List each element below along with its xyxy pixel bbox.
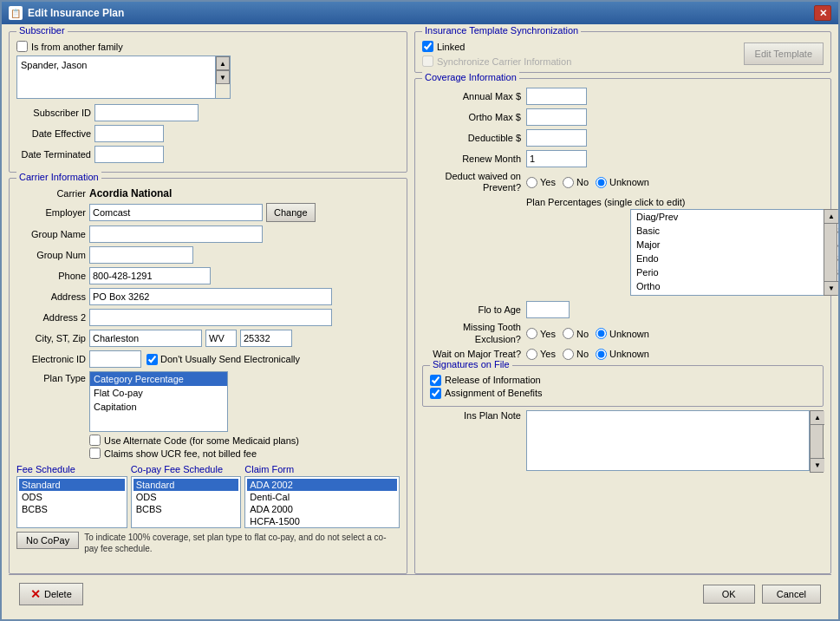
subscriber-scroll-down[interactable]: ▼: [216, 70, 230, 84]
deduct-yes-radio[interactable]: [526, 177, 537, 188]
city-input[interactable]: [89, 330, 202, 347]
wait-unknown-label[interactable]: Unknown: [596, 349, 649, 360]
is-from-another-family-checkbox[interactable]: [16, 41, 28, 52]
address-input[interactable]: [89, 288, 332, 305]
wait-no-label[interactable]: No: [563, 349, 589, 360]
pct-row-endo[interactable]: Endo 80: [631, 252, 838, 265]
annual-max-label: Annual Max $: [422, 91, 526, 101]
linked-checkbox[interactable]: [422, 41, 433, 52]
sync-carrier-checkbox[interactable]: [422, 56, 433, 67]
date-terminated-input[interactable]: [94, 146, 164, 163]
note-scroll-up[interactable]: ▲: [811, 411, 824, 425]
assignment-benefits-checkbox[interactable]: [430, 388, 441, 399]
ins-note-row: Ins Plan Note ▲ ▼: [422, 410, 824, 473]
linked-row: Linked: [422, 41, 571, 52]
pct-row-basic[interactable]: Basic 80: [631, 224, 838, 238]
phone-input[interactable]: [89, 267, 211, 284]
dont-usually-send-checkbox[interactable]: [147, 354, 158, 365]
wait-yes-radio[interactable]: [526, 349, 537, 360]
annual-max-input[interactable]: [526, 88, 587, 105]
address2-label: Address 2: [16, 312, 86, 323]
deduct-unknown-radio[interactable]: [596, 177, 607, 188]
group-num-input[interactable]: [89, 246, 193, 264]
cancel-button[interactable]: Cancel: [762, 585, 821, 604]
wait-unknown-radio[interactable]: [596, 349, 607, 360]
claim-form-list[interactable]: ADA 2002 Denti-Cal ADA 2000 HCFA-1500 HC…: [244, 476, 400, 528]
wait-yes-label[interactable]: Yes: [526, 349, 556, 360]
delete-button[interactable]: ✕ Delete: [19, 583, 83, 605]
copay-ods[interactable]: ODS: [133, 491, 239, 503]
plan-pct-box[interactable]: Diag/Prev 100 Basic 80 Major: [630, 209, 838, 296]
group-name-input[interactable]: [89, 226, 263, 243]
pct-row-perio[interactable]: Perio 80: [631, 265, 838, 279]
bottom-bar: ✕ Delete OK Cancel: [9, 574, 831, 612]
group-num-label: Group Num: [16, 250, 86, 260]
ins-note-textarea[interactable]: [526, 410, 810, 471]
carrier-group-label: Carrier Information: [16, 172, 101, 182]
use-alternate-code-checkbox[interactable]: [89, 435, 101, 446]
employer-input[interactable]: [89, 204, 263, 221]
copay-standard[interactable]: Standard: [133, 479, 239, 491]
edit-template-button[interactable]: Edit Template: [744, 42, 824, 65]
plan-type-item-capitation[interactable]: Capitation: [90, 400, 227, 414]
flo-age-input[interactable]: [526, 301, 570, 318]
no-copay-button[interactable]: No CoPay: [16, 532, 79, 549]
claim-dentical[interactable]: Denti-Cal: [247, 491, 397, 503]
assignment-benefits-label: Assignment of Benefits: [445, 388, 543, 398]
claims-show-ucr-checkbox[interactable]: [89, 448, 101, 459]
missing-yes-radio[interactable]: [526, 328, 537, 339]
close-button[interactable]: ✕: [814, 5, 831, 21]
pct-row-major[interactable]: Major 50: [631, 238, 838, 252]
claim-hcfa1500pre[interactable]: HCFA-1500 preprinted: [247, 527, 397, 528]
deduct-yes-label[interactable]: Yes: [526, 177, 556, 188]
fee-schedule-ods[interactable]: ODS: [19, 491, 125, 503]
release-info-checkbox[interactable]: [430, 375, 441, 386]
claim-ada2000[interactable]: ADA 2000: [247, 503, 397, 515]
flo-age-row: Flo to Age: [422, 301, 824, 318]
change-button[interactable]: Change: [266, 203, 316, 222]
renew-month-input[interactable]: [526, 150, 587, 167]
sync-checkboxes: Linked Synchronize Carrier Information: [422, 41, 571, 67]
ortho-max-input[interactable]: [526, 108, 587, 126]
subscriber-id-input[interactable]: [94, 104, 199, 121]
missing-no-label[interactable]: No: [563, 328, 589, 339]
missing-unknown-label[interactable]: Unknown: [596, 328, 649, 339]
address-label: Address: [16, 291, 86, 302]
state-input[interactable]: [205, 330, 237, 347]
missing-unknown-radio[interactable]: [596, 328, 607, 339]
deductible-row: Deductible $: [422, 129, 824, 147]
claim-ada2002[interactable]: ADA 2002: [247, 479, 397, 491]
deduct-no-radio[interactable]: [563, 177, 574, 188]
deduct-unknown-label[interactable]: Unknown: [596, 177, 649, 188]
missing-no-radio[interactable]: [563, 328, 574, 339]
plan-type-item-flatcopay[interactable]: Flat Co-pay: [90, 386, 227, 400]
renew-month-row: Renew Month: [422, 150, 824, 167]
note-scroll-down[interactable]: ▼: [811, 458, 824, 472]
fee-schedule-standard[interactable]: Standard: [19, 479, 125, 491]
copay-bcbs[interactable]: BCBS: [133, 503, 239, 515]
pct-row-ortho[interactable]: Ortho: [631, 279, 838, 293]
electronic-id-input[interactable]: [89, 350, 141, 368]
missing-yes-label[interactable]: Yes: [526, 328, 556, 339]
pct-row-diagprev[interactable]: Diag/Prev 100: [631, 210, 838, 224]
plan-type-list[interactable]: Category Percentage Flat Co-pay Capitati…: [89, 371, 228, 432]
deductible-input[interactable]: [526, 129, 587, 147]
claim-hcfa1500[interactable]: HCFA-1500: [247, 515, 397, 527]
deduct-no-label[interactable]: No: [563, 177, 589, 188]
pct-scroll-up[interactable]: ▲: [824, 210, 838, 224]
date-terminated-row: Date Terminated: [16, 146, 400, 163]
plan-type-row: Plan Type Category Percentage Flat Co-pa…: [16, 371, 400, 459]
subscriber-scroll-up[interactable]: ▲: [216, 56, 230, 70]
copay-fee-schedule-list[interactable]: Standard ODS BCBS: [131, 476, 242, 528]
address2-input[interactable]: [89, 309, 332, 326]
ok-button[interactable]: OK: [703, 585, 755, 604]
zip-input[interactable]: [240, 330, 292, 347]
wait-no-radio[interactable]: [563, 349, 574, 360]
pct-scroll-down[interactable]: ▼: [824, 281, 838, 295]
fee-schedule-list[interactable]: Standard ODS BCBS: [16, 476, 127, 528]
fee-schedule-bcbs[interactable]: BCBS: [19, 503, 125, 515]
coverage-group: Coverage Information Annual Max $ Ortho …: [414, 78, 831, 574]
carrier-label: Carrier: [16, 188, 86, 199]
plan-type-item-category[interactable]: Category Percentage: [90, 372, 227, 386]
date-effective-input[interactable]: [94, 125, 164, 142]
